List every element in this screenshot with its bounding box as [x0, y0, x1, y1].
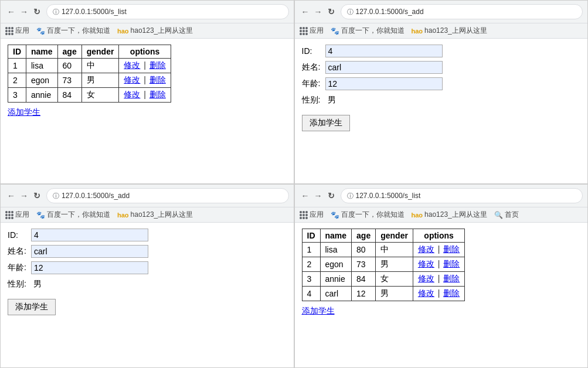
hao-label-bl: hao123_上网从这里 [131, 210, 193, 220]
info-icon-tr: ⓘ [347, 8, 354, 16]
cell-gender: 男 [376, 257, 413, 272]
gender-value-tr: 男 [325, 94, 338, 107]
add-student-link-bottom-right[interactable]: 添加学生 [302, 306, 335, 316]
edit-link[interactable]: 修改 [418, 274, 434, 283]
name-input-bl[interactable] [31, 245, 148, 258]
id-row-tr: ID: [302, 45, 581, 57]
bookmark-apps[interactable]: 应用 [5, 26, 29, 36]
baidu-label-tr: 百度一下，你就知道 [341, 26, 405, 36]
bookmark-hao123[interactable]: hao hao123_上网从这里 [117, 26, 193, 36]
edit-link[interactable]: 修改 [418, 244, 434, 254]
name-row-tr: 姓名: [302, 61, 581, 74]
bookmark-baidu[interactable]: 🐾 百度一下，你就知道 [36, 26, 110, 36]
bookmarks-bar-top-right: 应用 🐾 百度一下，你就知道 hao hao123_上网从这里 [295, 23, 588, 39]
browser-window-top-left: ← → ↻ ⓘ 127.0.0.1:5000/s_list 应用 🐾 百度一下，… [0, 0, 294, 184]
bookmark-apps-br[interactable]: 应用 [300, 210, 324, 220]
apps-icon-tr [300, 27, 308, 35]
nav-buttons-br: ← → ↻ [300, 190, 337, 202]
age-input-tr[interactable] [325, 77, 443, 90]
browser-window-bottom-left: ← → ↻ ⓘ 127.0.0.1:5000/s_add 应用 🐾 百度一下，你… [0, 184, 294, 368]
nav-buttons-tr: ← → ↻ [300, 6, 337, 18]
url-text-bottom-right: 127.0.0.1:5000/s_list [356, 192, 421, 200]
name-input-tr[interactable] [325, 61, 443, 74]
browser-chrome-bottom-right: ← → ↻ ⓘ 127.0.0.1:5000/s_list [295, 185, 588, 207]
delete-link[interactable]: 删除 [149, 90, 166, 99]
address-bar-top-left[interactable]: ⓘ 127.0.0.1:5000/s_list [46, 4, 289, 19]
table-row: 4 carl 12 男 修改 | 删除 [302, 287, 465, 301]
reload-button[interactable]: ↻ [31, 6, 43, 18]
id-input-bl[interactable] [31, 229, 148, 241]
col-header-name-br: name [320, 229, 352, 243]
back-button-br[interactable]: ← [300, 190, 311, 202]
cell-id: 2 [302, 257, 320, 272]
edit-link[interactable]: 修改 [124, 75, 140, 84]
table-row: 1 lisa 60 中 修改 | 删除 [8, 59, 171, 73]
gender-value-bl: 男 [31, 278, 44, 291]
edit-link[interactable]: 修改 [124, 60, 140, 70]
cell-age: 73 [57, 73, 81, 88]
forward-button-tr[interactable]: → [312, 6, 324, 18]
apps-label-bl: 应用 [15, 210, 29, 220]
baidu-icon-bl: 🐾 [36, 211, 45, 219]
delete-link[interactable]: 删除 [149, 75, 166, 84]
address-bar-top-right[interactable]: ⓘ 127.0.0.1:5000/s_add [341, 4, 583, 19]
pipe-separator: | [144, 60, 148, 70]
bookmark-baidu-bl[interactable]: 🐾 百度一下，你就知道 [36, 210, 110, 220]
age-input-bl[interactable] [31, 261, 148, 274]
cell-name: egon [26, 73, 58, 88]
browser-window-bottom-right: ← → ↻ ⓘ 127.0.0.1:5000/s_list 应用 🐾 百度一下，… [294, 184, 589, 368]
forward-button[interactable]: → [18, 6, 30, 18]
delete-link[interactable]: 删除 [443, 259, 460, 268]
cell-age: 12 [352, 287, 376, 301]
cell-id: 1 [302, 243, 320, 257]
submit-button-bl[interactable]: 添加学生 [8, 299, 56, 315]
browser-window-top-right: ← → ↻ ⓘ 127.0.0.1:5000/s_add 应用 🐾 百度一下，你… [294, 0, 589, 184]
forward-button-bl[interactable]: → [18, 190, 30, 202]
reload-button-bl[interactable]: ↻ [31, 190, 43, 202]
back-button[interactable]: ← [5, 6, 17, 18]
gender-row-tr: 性别: 男 [302, 94, 581, 107]
bookmark-apps-tr[interactable]: 应用 [300, 26, 324, 36]
name-label-bl: 姓名: [8, 246, 31, 257]
submit-button-tr[interactable]: 添加学生 [302, 115, 350, 131]
baidu-icon-tr: 🐾 [331, 27, 339, 35]
reload-button-tr[interactable]: ↻ [325, 6, 337, 18]
cell-options: 修改 | 删除 [119, 59, 171, 73]
edit-link[interactable]: 修改 [124, 90, 140, 99]
add-student-link-top-left[interactable]: 添加学生 [8, 107, 40, 118]
bookmark-hao123-tr[interactable]: hao hao123_上网从这里 [412, 26, 487, 36]
back-button-bl[interactable]: ← [5, 190, 17, 202]
edit-link[interactable]: 修改 [418, 259, 434, 268]
address-bar-bottom-right[interactable]: ⓘ 127.0.0.1:5000/s_list [341, 188, 583, 203]
bookmark-home-br[interactable]: 🔍 首页 [494, 210, 519, 220]
page-content-top-right: ID: 姓名: 年龄: 性别: 男 添加学生 [295, 39, 588, 183]
bookmark-baidu-tr[interactable]: 🐾 百度一下，你就知道 [331, 26, 405, 36]
delete-link[interactable]: 删除 [443, 244, 460, 254]
bookmark-hao123-bl[interactable]: hao hao123_上网从这里 [117, 210, 193, 220]
address-bar-bottom-left[interactable]: ⓘ 127.0.0.1:5000/s_add [46, 188, 289, 203]
cell-age: 60 [57, 59, 81, 73]
delete-link[interactable]: 删除 [443, 274, 460, 283]
forward-button-br[interactable]: → [312, 190, 324, 202]
info-icon: ⓘ [53, 8, 59, 16]
info-icon-bl: ⓘ [53, 192, 59, 200]
col-header-age-br: age [352, 229, 376, 243]
bookmark-hao123-br[interactable]: hao hao123_上网从这里 [412, 210, 487, 220]
id-input-tr[interactable] [325, 45, 443, 57]
hao-icon-bl: hao [117, 212, 129, 219]
hao-icon: hao [117, 28, 129, 35]
reload-button-br[interactable]: ↻ [325, 190, 337, 202]
name-label-tr: 姓名: [302, 62, 325, 73]
bookmark-apps-bl[interactable]: 应用 [5, 210, 29, 220]
cell-gender: 男 [81, 73, 119, 88]
delete-link[interactable]: 删除 [149, 60, 166, 70]
cell-name: annie [26, 88, 58, 103]
age-row-tr: 年龄: [302, 77, 581, 90]
apps-label: 应用 [15, 26, 29, 36]
delete-link[interactable]: 删除 [443, 288, 460, 298]
back-button-tr[interactable]: ← [300, 6, 311, 18]
edit-link[interactable]: 修改 [418, 288, 434, 298]
info-icon-br: ⓘ [347, 192, 354, 200]
col-header-age: age [57, 45, 81, 59]
bookmark-baidu-br[interactable]: 🐾 百度一下，你就知道 [331, 210, 405, 220]
